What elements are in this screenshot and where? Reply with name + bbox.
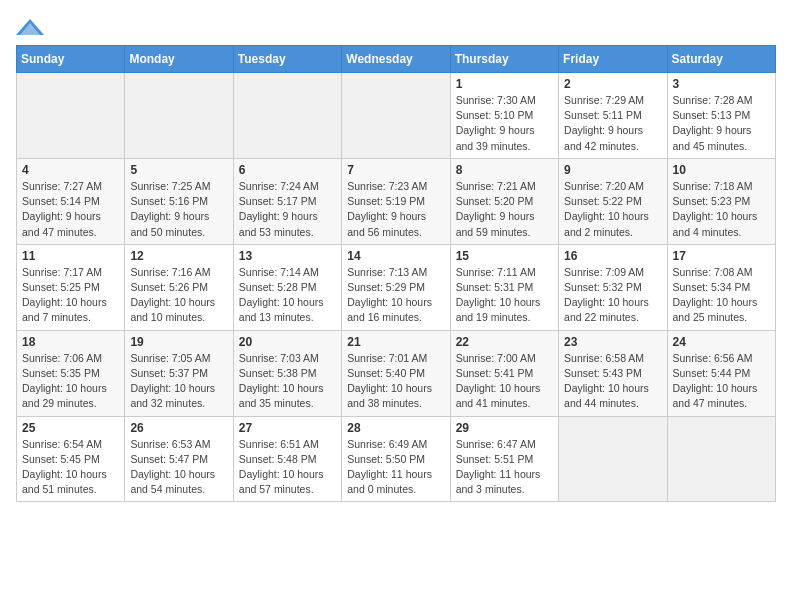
day-number: 12 <box>130 249 227 263</box>
day-info: Sunrise: 6:54 AM Sunset: 5:45 PM Dayligh… <box>22 437 119 498</box>
day-info: Sunrise: 7:23 AM Sunset: 5:19 PM Dayligh… <box>347 179 444 240</box>
calendar-cell: 7Sunrise: 7:23 AM Sunset: 5:19 PM Daylig… <box>342 158 450 244</box>
calendar-cell: 8Sunrise: 7:21 AM Sunset: 5:20 PM Daylig… <box>450 158 558 244</box>
day-info: Sunrise: 6:49 AM Sunset: 5:50 PM Dayligh… <box>347 437 444 498</box>
day-info: Sunrise: 7:29 AM Sunset: 5:11 PM Dayligh… <box>564 93 661 154</box>
calendar-week-1: 1Sunrise: 7:30 AM Sunset: 5:10 PM Daylig… <box>17 73 776 159</box>
calendar-cell: 3Sunrise: 7:28 AM Sunset: 5:13 PM Daylig… <box>667 73 775 159</box>
day-info: Sunrise: 7:30 AM Sunset: 5:10 PM Dayligh… <box>456 93 553 154</box>
calendar-cell: 29Sunrise: 6:47 AM Sunset: 5:51 PM Dayli… <box>450 416 558 502</box>
calendar-cell: 27Sunrise: 6:51 AM Sunset: 5:48 PM Dayli… <box>233 416 341 502</box>
day-info: Sunrise: 7:20 AM Sunset: 5:22 PM Dayligh… <box>564 179 661 240</box>
calendar-week-2: 4Sunrise: 7:27 AM Sunset: 5:14 PM Daylig… <box>17 158 776 244</box>
weekday-header-tuesday: Tuesday <box>233 46 341 73</box>
day-info: Sunrise: 7:06 AM Sunset: 5:35 PM Dayligh… <box>22 351 119 412</box>
day-info: Sunrise: 7:13 AM Sunset: 5:29 PM Dayligh… <box>347 265 444 326</box>
calendar-cell: 21Sunrise: 7:01 AM Sunset: 5:40 PM Dayli… <box>342 330 450 416</box>
calendar-cell: 4Sunrise: 7:27 AM Sunset: 5:14 PM Daylig… <box>17 158 125 244</box>
day-info: Sunrise: 7:05 AM Sunset: 5:37 PM Dayligh… <box>130 351 227 412</box>
calendar-cell: 9Sunrise: 7:20 AM Sunset: 5:22 PM Daylig… <box>559 158 667 244</box>
calendar-header: SundayMondayTuesdayWednesdayThursdayFrid… <box>17 46 776 73</box>
day-number: 15 <box>456 249 553 263</box>
day-number: 13 <box>239 249 336 263</box>
day-number: 10 <box>673 163 770 177</box>
weekday-header-friday: Friday <box>559 46 667 73</box>
day-number: 3 <box>673 77 770 91</box>
day-number: 21 <box>347 335 444 349</box>
calendar-cell: 20Sunrise: 7:03 AM Sunset: 5:38 PM Dayli… <box>233 330 341 416</box>
calendar-cell: 18Sunrise: 7:06 AM Sunset: 5:35 PM Dayli… <box>17 330 125 416</box>
day-number: 7 <box>347 163 444 177</box>
day-number: 22 <box>456 335 553 349</box>
day-number: 26 <box>130 421 227 435</box>
day-number: 17 <box>673 249 770 263</box>
calendar-week-4: 18Sunrise: 7:06 AM Sunset: 5:35 PM Dayli… <box>17 330 776 416</box>
logo-icon <box>16 17 44 37</box>
day-info: Sunrise: 6:53 AM Sunset: 5:47 PM Dayligh… <box>130 437 227 498</box>
day-info: Sunrise: 7:14 AM Sunset: 5:28 PM Dayligh… <box>239 265 336 326</box>
day-number: 9 <box>564 163 661 177</box>
header <box>16 16 776 37</box>
calendar-cell: 24Sunrise: 6:56 AM Sunset: 5:44 PM Dayli… <box>667 330 775 416</box>
day-info: Sunrise: 7:11 AM Sunset: 5:31 PM Dayligh… <box>456 265 553 326</box>
day-number: 24 <box>673 335 770 349</box>
day-number: 11 <box>22 249 119 263</box>
calendar-cell: 22Sunrise: 7:00 AM Sunset: 5:41 PM Dayli… <box>450 330 558 416</box>
calendar-cell: 10Sunrise: 7:18 AM Sunset: 5:23 PM Dayli… <box>667 158 775 244</box>
day-info: Sunrise: 7:00 AM Sunset: 5:41 PM Dayligh… <box>456 351 553 412</box>
weekday-header-thursday: Thursday <box>450 46 558 73</box>
calendar-cell <box>559 416 667 502</box>
day-info: Sunrise: 6:47 AM Sunset: 5:51 PM Dayligh… <box>456 437 553 498</box>
day-number: 18 <box>22 335 119 349</box>
day-number: 14 <box>347 249 444 263</box>
day-number: 25 <box>22 421 119 435</box>
day-info: Sunrise: 7:09 AM Sunset: 5:32 PM Dayligh… <box>564 265 661 326</box>
day-info: Sunrise: 6:51 AM Sunset: 5:48 PM Dayligh… <box>239 437 336 498</box>
day-info: Sunrise: 7:21 AM Sunset: 5:20 PM Dayligh… <box>456 179 553 240</box>
day-info: Sunrise: 7:25 AM Sunset: 5:16 PM Dayligh… <box>130 179 227 240</box>
day-number: 16 <box>564 249 661 263</box>
day-number: 19 <box>130 335 227 349</box>
day-info: Sunrise: 7:17 AM Sunset: 5:25 PM Dayligh… <box>22 265 119 326</box>
day-number: 28 <box>347 421 444 435</box>
weekday-header-monday: Monday <box>125 46 233 73</box>
day-number: 27 <box>239 421 336 435</box>
calendar-cell: 11Sunrise: 7:17 AM Sunset: 5:25 PM Dayli… <box>17 244 125 330</box>
calendar-cell: 19Sunrise: 7:05 AM Sunset: 5:37 PM Dayli… <box>125 330 233 416</box>
day-number: 20 <box>239 335 336 349</box>
day-info: Sunrise: 7:28 AM Sunset: 5:13 PM Dayligh… <box>673 93 770 154</box>
day-number: 5 <box>130 163 227 177</box>
day-number: 29 <box>456 421 553 435</box>
day-info: Sunrise: 6:56 AM Sunset: 5:44 PM Dayligh… <box>673 351 770 412</box>
weekday-header-sunday: Sunday <box>17 46 125 73</box>
day-number: 6 <box>239 163 336 177</box>
day-number: 2 <box>564 77 661 91</box>
day-info: Sunrise: 7:03 AM Sunset: 5:38 PM Dayligh… <box>239 351 336 412</box>
calendar-cell: 16Sunrise: 7:09 AM Sunset: 5:32 PM Dayli… <box>559 244 667 330</box>
calendar-cell: 25Sunrise: 6:54 AM Sunset: 5:45 PM Dayli… <box>17 416 125 502</box>
calendar-cell: 13Sunrise: 7:14 AM Sunset: 5:28 PM Dayli… <box>233 244 341 330</box>
day-number: 8 <box>456 163 553 177</box>
calendar-cell: 15Sunrise: 7:11 AM Sunset: 5:31 PM Dayli… <box>450 244 558 330</box>
calendar-cell: 28Sunrise: 6:49 AM Sunset: 5:50 PM Dayli… <box>342 416 450 502</box>
calendar-cell <box>17 73 125 159</box>
calendar-table: SundayMondayTuesdayWednesdayThursdayFrid… <box>16 45 776 502</box>
calendar-cell <box>667 416 775 502</box>
calendar-cell: 6Sunrise: 7:24 AM Sunset: 5:17 PM Daylig… <box>233 158 341 244</box>
logo <box>16 16 48 37</box>
day-info: Sunrise: 6:58 AM Sunset: 5:43 PM Dayligh… <box>564 351 661 412</box>
calendar-cell <box>342 73 450 159</box>
weekday-header-row: SundayMondayTuesdayWednesdayThursdayFrid… <box>17 46 776 73</box>
calendar-cell: 26Sunrise: 6:53 AM Sunset: 5:47 PM Dayli… <box>125 416 233 502</box>
day-info: Sunrise: 7:08 AM Sunset: 5:34 PM Dayligh… <box>673 265 770 326</box>
calendar-cell: 2Sunrise: 7:29 AM Sunset: 5:11 PM Daylig… <box>559 73 667 159</box>
day-number: 1 <box>456 77 553 91</box>
calendar-cell: 12Sunrise: 7:16 AM Sunset: 5:26 PM Dayli… <box>125 244 233 330</box>
day-number: 4 <box>22 163 119 177</box>
day-number: 23 <box>564 335 661 349</box>
weekday-header-saturday: Saturday <box>667 46 775 73</box>
calendar-cell: 23Sunrise: 6:58 AM Sunset: 5:43 PM Dayli… <box>559 330 667 416</box>
calendar-cell: 14Sunrise: 7:13 AM Sunset: 5:29 PM Dayli… <box>342 244 450 330</box>
day-info: Sunrise: 7:24 AM Sunset: 5:17 PM Dayligh… <box>239 179 336 240</box>
calendar-cell: 5Sunrise: 7:25 AM Sunset: 5:16 PM Daylig… <box>125 158 233 244</box>
